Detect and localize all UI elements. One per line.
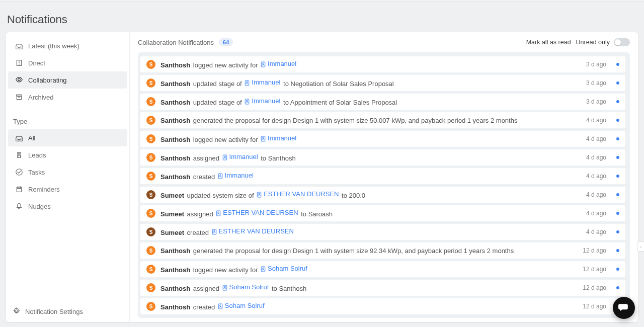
- actor-name: Santhosh: [160, 136, 190, 143]
- sidebar-type-group: AllLeadsTasksRemindersNudges: [6, 129, 129, 215]
- notification-row[interactable]: SSanthosh generated the proposal for des…: [140, 112, 626, 129]
- svg-point-13: [259, 193, 260, 195]
- lead-link[interactable]: ESTHER VAN DEURSEN: [216, 209, 298, 216]
- sidebar-type-leads[interactable]: Leads: [8, 146, 127, 164]
- avatar: S: [146, 190, 155, 199]
- notification-tail: to Santhosh: [272, 285, 306, 292]
- notification-verb: assigned: [193, 285, 219, 292]
- svg-point-1: [263, 63, 264, 64]
- avatar: S: [146, 153, 155, 162]
- unread-only-toggle[interactable]: [614, 38, 630, 46]
- notification-row[interactable]: SSanthosh logged new activity for Immanu…: [140, 130, 626, 147]
- unread-dot-icon: [616, 156, 619, 159]
- sidebar-type-label: All: [28, 134, 35, 142]
- inbox-icon: [15, 42, 23, 50]
- main-panel: Collaboration Notifications 64 Mark all …: [130, 32, 638, 322]
- lead-link[interactable]: ESTHER VAN DEURSEN: [212, 227, 294, 235]
- lead-icon: [212, 229, 217, 234]
- sidebar-type-reminders[interactable]: Reminders: [8, 181, 127, 198]
- actor-name: Santhosh: [160, 99, 190, 106]
- notification-settings-link[interactable]: Notification Settings: [6, 301, 129, 322]
- notification-time: 4 d ago: [586, 210, 606, 217]
- sidebar-type-tasks[interactable]: Tasks: [8, 164, 127, 181]
- notification-row[interactable]: SSumeet created ESTHER VAN DEURSEN4 d ag…: [140, 223, 626, 240]
- lead-icon: [218, 303, 223, 308]
- avatar: S: [146, 116, 155, 125]
- notification-verb: logged new activity for: [193, 136, 258, 143]
- notification-time: 3 d ago: [586, 61, 606, 68]
- lead-link[interactable]: Immanuel: [218, 172, 254, 179]
- unread-dot-icon: [616, 137, 619, 140]
- notification-row[interactable]: SSanthosh generated the proposal for des…: [140, 242, 626, 259]
- lead-icon: [261, 136, 266, 141]
- notification-verb: created: [187, 229, 209, 236]
- chat-icon: [618, 302, 629, 313]
- lead-icon: [261, 61, 266, 66]
- notifications-list[interactable]: SSanthosh logged new activity for Immanu…: [138, 52, 630, 318]
- sidebar-type-all[interactable]: All: [8, 129, 127, 146]
- main-header: Collaboration Notifications 64 Mark all …: [138, 38, 630, 50]
- notification-row[interactable]: SSanthosh updated stage of Immanuel to A…: [140, 93, 626, 110]
- chat-fab[interactable]: [613, 297, 635, 319]
- unread-dot-icon: [616, 249, 619, 252]
- lead-link[interactable]: Immanuel: [261, 60, 296, 67]
- avatar: S: [146, 134, 155, 143]
- sidebar-item-direct[interactable]: Direct: [8, 54, 127, 71]
- sidebar-item-label: Direct: [28, 59, 45, 67]
- sidebar-type-nudges[interactable]: Nudges: [8, 198, 127, 215]
- notification-time: 4 d ago: [586, 135, 606, 142]
- mark-all-read-button[interactable]: Mark all as read: [526, 39, 571, 46]
- avatar: S: [146, 97, 155, 106]
- sidebar-item-collaborating[interactable]: Collaborating: [8, 71, 127, 89]
- notification-time: 12 d ago: [583, 266, 606, 273]
- actor-name: Sumeet: [160, 229, 184, 236]
- lead-link[interactable]: Soham Solruf: [218, 302, 265, 309]
- unread-dot-icon: [616, 175, 619, 178]
- lead-link[interactable]: Immanuel: [222, 153, 258, 160]
- notification-row[interactable]: SSanthosh assigned Immanuel to Santhosh4…: [140, 149, 626, 166]
- actor-name: Sumeet: [160, 192, 184, 199]
- avatar: S: [146, 60, 155, 69]
- lead-link[interactable]: Soham Solruf: [261, 265, 307, 272]
- gear-icon: [13, 307, 20, 316]
- lead-link[interactable]: Soham Solruf: [222, 283, 269, 291]
- unread-dot-icon: [616, 119, 619, 122]
- sidebar-item-latest[interactable]: Latest (this week): [8, 37, 127, 54]
- lead-link[interactable]: Immanuel: [245, 78, 280, 86]
- notification-row[interactable]: SSanthosh assigned Soham Solruf to Santh…: [140, 279, 626, 296]
- notification-row[interactable]: SSanthosh created Immanuel4 d ago: [140, 168, 626, 185]
- avatar: S: [146, 172, 155, 181]
- unread-dot-icon: [616, 81, 619, 85]
- sidebar-item-label: Collaborating: [28, 76, 67, 84]
- notification-verb: generated the proposal for design Design…: [193, 247, 514, 255]
- lead-icon: [245, 80, 250, 85]
- sidebar-type-heading: Type: [6, 114, 129, 129]
- svg-point-3: [247, 81, 248, 83]
- lead-link[interactable]: ESTHER VAN DEURSEN: [257, 190, 339, 198]
- notification-time: 4 d ago: [586, 173, 606, 180]
- avatar: S: [146, 209, 155, 218]
- notification-row[interactable]: SSumeet assigned ESTHER VAN DEURSEN to S…: [140, 205, 626, 222]
- lead-icon: [245, 99, 250, 104]
- notification-row[interactable]: SSanthosh logged new activity for Immanu…: [140, 56, 626, 73]
- actor-name: Santhosh: [160, 80, 190, 88]
- notification-tail: to Appointment of Solar Sales Proposal: [283, 99, 397, 106]
- lead-link[interactable]: Immanuel: [245, 97, 280, 105]
- lead-icon: [257, 192, 262, 197]
- sidebar-type-label: Leads: [28, 151, 46, 159]
- sidebar-type-label: Nudges: [28, 203, 51, 210]
- svg-point-19: [263, 268, 264, 269]
- sidebar-item-archived[interactable]: Archived: [8, 89, 127, 106]
- notification-tail: to Saroash: [301, 210, 333, 218]
- notification-row[interactable]: SSanthosh created Soham Solruf12 d ago: [140, 298, 626, 315]
- notification-row[interactable]: SSumeet updated system size of ESTHER VA…: [140, 186, 626, 203]
- help-tab-icon[interactable]: ◦: [637, 241, 644, 252]
- lead-link[interactable]: Immanuel: [261, 134, 296, 142]
- notification-row[interactable]: SSanthosh updated stage of Immanuel to N…: [140, 74, 626, 92]
- inbox-icon: [15, 134, 23, 142]
- notification-count-badge: 64: [219, 38, 233, 46]
- actor-name: Santhosh: [160, 266, 190, 274]
- bell-icon: [15, 202, 23, 210]
- notification-row[interactable]: SSanthosh logged new activity for Soham …: [140, 261, 626, 278]
- settings-label: Notification Settings: [25, 308, 83, 315]
